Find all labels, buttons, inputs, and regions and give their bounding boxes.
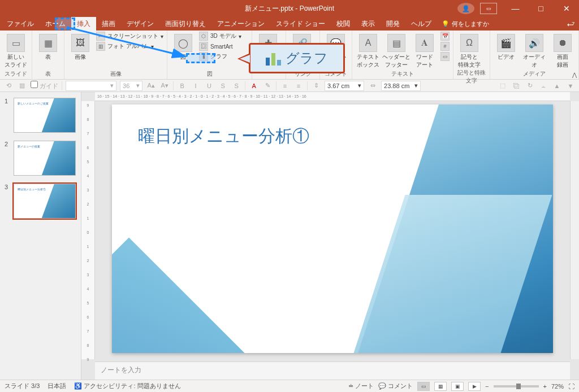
thumb-2[interactable]: 2 新メニューの提案	[5, 141, 76, 176]
new-slide-button[interactable]: ▭ 新しい スライド	[3, 32, 28, 69]
notes-pane[interactable]: ノートを入力	[95, 361, 570, 380]
maximize-button[interactable]: □	[528, 0, 554, 17]
font-color-icon[interactable]: A	[249, 81, 259, 91]
photo-album-button[interactable]: ▥フォト アルバム ▾	[96, 42, 163, 51]
reset-icon[interactable]: ⟲	[3, 81, 14, 91]
group-text: Aテキスト ボックス ▤ヘッダーと フッター 𝐀ワード アート 📅#▭ テキスト	[352, 31, 453, 79]
slideshow-view-button[interactable]: ▶	[468, 382, 481, 391]
zoom-slider[interactable]	[494, 385, 539, 387]
shapes-button[interactable]: ◯ 図	[171, 32, 196, 61]
notes-toggle[interactable]: ≐ ノート	[348, 382, 374, 390]
tab-transitions[interactable]: 画面切り替え	[159, 17, 211, 31]
font-size-combo[interactable]: 36▾	[120, 81, 142, 91]
tab-design[interactable]: デザイン	[121, 17, 159, 31]
slide-title[interactable]: 曜日別メニュー分析①	[138, 125, 309, 148]
vertical-scrollbar[interactable]	[570, 101, 579, 359]
slide-canvas-wrap[interactable]: 曜日別メニュー分析①	[95, 101, 570, 359]
shape-height-input[interactable]: 3.67 cm▾	[325, 81, 364, 91]
zoom-out-button[interactable]: −	[485, 383, 489, 390]
reading-view-button[interactable]: ▣	[451, 382, 464, 391]
thumbnail-pane[interactable]: 1 新しいメニューのご提案 2 新メニューの提案 3 曜日別メニュー分析①	[0, 92, 81, 380]
sorter-view-button[interactable]: ▦	[434, 382, 447, 391]
audio-button[interactable]: 🔊オーディオ	[522, 32, 547, 69]
date-button[interactable]: 📅	[440, 32, 450, 41]
bold-icon[interactable]: B	[177, 81, 187, 91]
table-button[interactable]: ▦ 表	[36, 32, 61, 61]
layout-icon[interactable]: ▥	[17, 81, 27, 91]
minimize-button[interactable]: —	[503, 0, 528, 17]
object-button[interactable]: ▭	[440, 52, 450, 61]
screen-recording-button[interactable]: ⏺画面 録画	[550, 32, 575, 69]
align-center-icon[interactable]: ≡	[293, 81, 304, 91]
group-icon[interactable]: ⿻	[511, 81, 521, 91]
tab-home[interactable]: ホーム	[40, 17, 71, 31]
tell-me-label: 何をしますか	[452, 20, 489, 28]
tab-review[interactable]: 校閲	[331, 17, 356, 31]
textbox-button[interactable]: Aテキスト ボックス	[356, 32, 381, 69]
shadow-icon[interactable]: S	[231, 81, 241, 91]
italic-icon[interactable]: I	[191, 81, 201, 91]
rotate-icon[interactable]: ↻	[525, 81, 535, 91]
tell-me[interactable]: 💡 何をしますか	[437, 17, 494, 31]
tab-developer[interactable]: 開発	[381, 17, 405, 31]
strike-icon[interactable]: S	[218, 81, 228, 91]
editor-pane: 16 · 15 · 14 · 13 · 12 · 11 · 10 · 9 · 8…	[81, 92, 579, 380]
video-button[interactable]: 🎬ビデオ	[494, 32, 518, 61]
group-images-label: 画像	[68, 70, 163, 79]
comment-button[interactable]: 💬コメント	[323, 32, 348, 61]
ribbon-options-icon[interactable]: ▭	[480, 3, 497, 14]
pictures-button[interactable]: 🖼 画像	[68, 32, 93, 61]
smartart-button[interactable]: ⿴SmartArt	[199, 42, 241, 51]
3d-model-button[interactable]: ⬡3D モデル ▾	[199, 32, 241, 41]
symbols-label: 記号と 特殊文字	[458, 53, 481, 69]
slide-number-button[interactable]: #	[440, 42, 450, 51]
collapse-ribbon-button[interactable]: ⋀	[572, 72, 577, 78]
fit-window-button[interactable]: ⛶	[568, 383, 574, 390]
align-left-icon[interactable]: ≡	[280, 81, 290, 91]
align-icon[interactable]: ⫠	[538, 81, 548, 91]
group-media: 🎬ビデオ 🔊オーディオ ⏺画面 録画 メディア	[490, 31, 579, 79]
addins-button[interactable]: ✚アドイン	[256, 32, 280, 61]
tab-slideshow[interactable]: スライド ショー	[270, 17, 331, 31]
symbols-button[interactable]: Ω記号と 特殊文字	[457, 32, 482, 69]
accessibility-status[interactable]: ♿ アクセシビリティ: 問題ありません	[74, 382, 180, 390]
font-combo[interactable]: ▾	[66, 81, 116, 91]
close-button[interactable]: ✕	[554, 0, 579, 17]
screenshot-button[interactable]: ✂スクリーンショット ▾	[96, 32, 163, 41]
tab-draw[interactable]: 描画	[96, 17, 121, 31]
slide-canvas[interactable]: 曜日別メニュー分析①	[112, 104, 553, 353]
arrange-icon[interactable]: ⬚	[498, 81, 508, 91]
shape-width-input[interactable]: 23.88 cm▾	[381, 81, 421, 91]
normal-view-button[interactable]: ▭	[417, 382, 430, 391]
height-icon: ⇕	[311, 81, 321, 91]
comments-toggle[interactable]: 💬 コメント	[378, 382, 413, 390]
guide-checkbox[interactable]: ガイド	[31, 81, 58, 90]
zoom-in-button[interactable]: +	[543, 383, 547, 390]
tab-animations[interactable]: アニメーション	[211, 17, 270, 31]
header-footer-button[interactable]: ▤ヘッダーと フッター	[384, 32, 409, 69]
slide-counter[interactable]: スライド 3/3	[5, 382, 40, 390]
tab-insert[interactable]: 挿入	[71, 17, 96, 31]
group-images: 🖼 画像 ✂スクリーンショット ▾ ▥フォト アルバム ▾ 画像	[64, 31, 167, 79]
chart-button[interactable]: ▮グラフ	[199, 52, 241, 61]
link-icon: 🔗	[293, 34, 311, 52]
bring-front-icon[interactable]: ▲	[552, 81, 562, 91]
thumb-1[interactable]: 1 新しいメニューのご提案	[5, 98, 76, 133]
tab-view[interactable]: 表示	[356, 17, 381, 31]
shape-height-value: 3.67 cm	[327, 82, 349, 89]
tab-help[interactable]: ヘルプ	[405, 17, 437, 31]
send-back-icon[interactable]: ▼	[565, 81, 576, 91]
zoom-value[interactable]: 72%	[551, 383, 564, 390]
highlight-icon[interactable]: ✎	[262, 81, 273, 91]
language-indicator[interactable]: 日本語	[47, 382, 66, 390]
wordart-button[interactable]: 𝐀ワード アート	[412, 32, 437, 69]
tab-file[interactable]: ファイル	[1, 17, 40, 31]
decrease-font-icon[interactable]: A▾	[159, 81, 170, 91]
underline-icon[interactable]: U	[204, 81, 214, 91]
thumb-3[interactable]: 3 曜日別メニュー分析①	[5, 184, 76, 219]
account-icon[interactable]: 👤	[457, 3, 474, 14]
share-button[interactable]: ⮐	[567, 17, 574, 31]
comment-icon: 💬	[327, 34, 345, 52]
link-button[interactable]: 🔗リンク	[290, 32, 314, 61]
increase-font-icon[interactable]: A▴	[146, 81, 156, 91]
